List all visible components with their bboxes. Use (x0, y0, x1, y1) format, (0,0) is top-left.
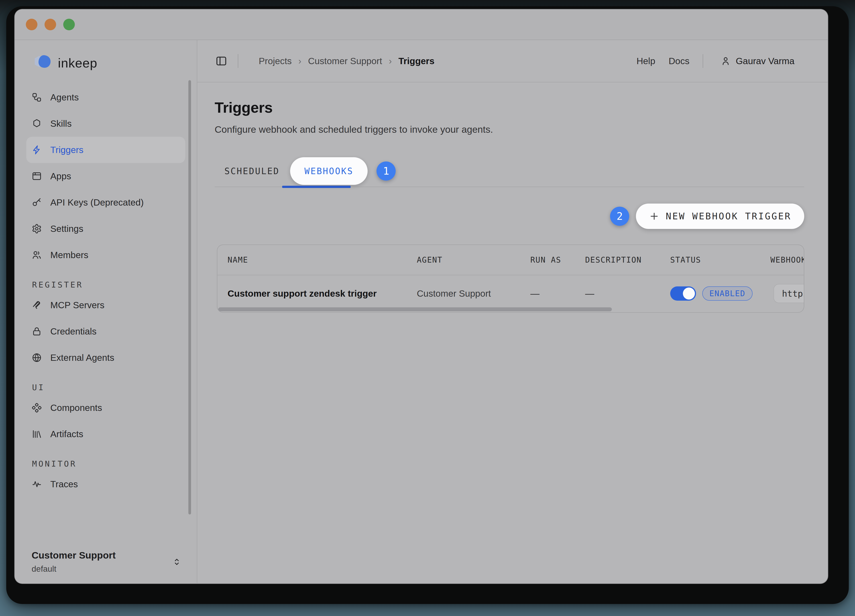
sidebar-item-label: Traces (50, 479, 78, 489)
column-header-webhook-url: WEBHOOK URL (771, 256, 804, 264)
trigger-run-as-cell: — (530, 288, 585, 299)
column-header-run-as: RUN AS (530, 256, 585, 264)
sidebar-item-label: API Keys (Deprecated) (50, 197, 144, 208)
user-menu[interactable]: Gaurav Varma (720, 56, 794, 66)
sidebar-item-label: Settings (50, 224, 83, 234)
section-label-ui: UI (32, 383, 185, 392)
sidebar-scrollbar[interactable] (188, 80, 191, 515)
sidebar-item-mcp-servers[interactable]: MCP Servers (26, 292, 185, 318)
sidebar-item-artifacts[interactable]: Artifacts (26, 421, 185, 447)
sidebar-item-label: Apps (50, 171, 71, 181)
tab-bar: SCHEDULED WEBHOOKS 1 (215, 155, 804, 187)
sidebar-item-label: Skills (50, 118, 72, 129)
column-header-name: NAME (228, 256, 417, 264)
new-webhook-trigger-button[interactable]: NEW WEBHOOK TRIGGER (636, 204, 804, 229)
actions-row: 2 NEW WEBHOOK TRIGGER (215, 204, 804, 229)
sidebar-item-label: Agents (50, 92, 79, 103)
apps-icon (32, 171, 42, 181)
sidebar-item-label: Artifacts (50, 429, 83, 440)
globe-icon (32, 352, 42, 363)
annotation-badge-1: 1 (377, 161, 396, 181)
sidebar-item-label: Triggers (50, 145, 83, 155)
breadcrumb: Projects › Customer Support › Triggers (259, 56, 434, 66)
project-switcher[interactable]: Customer Support default (32, 550, 182, 574)
triggers-table-card: NAME AGENT RUN AS DESCRIPTION STATUS WEB… (217, 245, 804, 313)
skills-icon (32, 118, 42, 129)
table-row[interactable]: Customer support zendesk trigger Custome… (217, 275, 804, 312)
app-window: inkeep Agents Skills Triggers Apps (15, 9, 828, 584)
status-badge: ENABLED (702, 287, 752, 301)
components-icon (32, 403, 42, 413)
breadcrumb-triggers: Triggers (398, 56, 434, 66)
column-header-description: DESCRIPTION (585, 256, 670, 264)
main-header: Projects › Customer Support › Triggers H… (197, 40, 828, 83)
sidebar-item-label: Components (50, 403, 102, 413)
sidebar-toggle-icon[interactable] (215, 55, 228, 67)
sidebar-item-triggers[interactable]: Triggers (26, 137, 185, 163)
user-name: Gaurav Varma (735, 56, 794, 66)
sidebar-item-credentials[interactable]: Credentials (26, 318, 185, 345)
section-label-monitor: MONITOR (32, 459, 185, 468)
table-header: NAME AGENT RUN AS DESCRIPTION STATUS WEB… (217, 245, 804, 275)
breadcrumb-separator: › (389, 56, 392, 66)
sidebar-item-agents[interactable]: Agents (26, 84, 185, 110)
column-header-agent: AGENT (417, 256, 530, 264)
user-icon (720, 56, 731, 66)
sidebar-item-members[interactable]: Members (26, 242, 185, 268)
webhook-url-chip[interactable]: https (774, 284, 804, 303)
users-icon (32, 250, 42, 260)
header-divider (703, 54, 703, 68)
sidebar-item-external-agents[interactable]: External Agents (26, 345, 185, 371)
traffic-light-minimize[interactable] (44, 19, 56, 30)
mcp-icon (32, 300, 42, 310)
traffic-light-zoom[interactable] (63, 19, 75, 30)
sidebar: inkeep Agents Skills Triggers Apps (15, 40, 197, 583)
lightning-icon (32, 145, 42, 155)
project-name: Customer Support (32, 550, 116, 561)
project-switcher-labels: Customer Support default (32, 550, 116, 574)
annotation-badge-2: 2 (610, 207, 629, 226)
column-header-status: STATUS (670, 256, 771, 264)
titlebar (15, 9, 828, 40)
sidebar-nav: Agents Skills Triggers Apps API Keys (De… (26, 84, 185, 497)
sidebar-item-components[interactable]: Components (26, 395, 185, 421)
sidebar-item-skills[interactable]: Skills (26, 110, 185, 137)
trigger-status-cell: ENABLED (670, 287, 771, 301)
sidebar-item-label: Members (50, 250, 88, 260)
table-horizontal-scrollbar[interactable] (218, 307, 612, 311)
inkeep-logo-icon (31, 53, 54, 73)
sidebar-item-label: Credentials (50, 326, 97, 337)
artifacts-icon (32, 429, 42, 439)
trigger-webhook-cell: https (771, 284, 804, 303)
plus-icon (649, 211, 659, 222)
section-label-register: REGISTER (32, 280, 185, 289)
sidebar-item-label: MCP Servers (50, 300, 104, 310)
sidebar-item-label: External Agents (50, 352, 114, 363)
docs-link[interactable]: Docs (669, 56, 690, 66)
header-right: Help Docs Gaurav Varma (637, 54, 794, 68)
breadcrumb-separator: › (298, 56, 301, 66)
main-area: Projects › Customer Support › Triggers H… (197, 40, 828, 583)
page-title: Triggers (215, 99, 804, 116)
gear-icon (32, 224, 42, 234)
traffic-light-close[interactable] (26, 19, 37, 30)
sidebar-item-traces[interactable]: Traces (26, 471, 185, 497)
sidebar-item-apps[interactable]: Apps (26, 163, 185, 189)
header-divider (238, 54, 238, 68)
sidebar-item-api-keys[interactable]: API Keys (Deprecated) (26, 189, 185, 216)
new-webhook-trigger-label: NEW WEBHOOK TRIGGER (666, 211, 791, 222)
breadcrumb-projects[interactable]: Projects (259, 56, 292, 66)
tab-webhooks[interactable]: WEBHOOKS (290, 157, 368, 185)
trigger-description-cell: — (585, 288, 670, 299)
sidebar-item-settings[interactable]: Settings (26, 216, 185, 242)
brand-logo: inkeep (31, 53, 197, 73)
trigger-name-cell[interactable]: Customer support zendesk trigger (228, 288, 417, 299)
help-link[interactable]: Help (637, 56, 655, 66)
toggle-knob (683, 288, 695, 300)
tab-scheduled[interactable]: SCHEDULED (224, 166, 279, 176)
traces-icon (32, 479, 42, 489)
key-icon (32, 197, 42, 208)
status-toggle[interactable] (670, 287, 696, 301)
breadcrumb-customer-support[interactable]: Customer Support (308, 56, 382, 66)
page-subtitle: Configure webhook and scheduled triggers… (215, 124, 804, 135)
